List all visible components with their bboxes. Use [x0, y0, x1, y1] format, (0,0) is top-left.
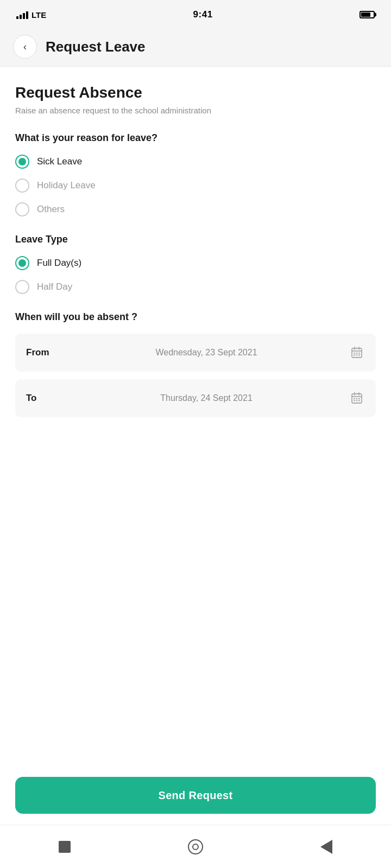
reason-holiday-label: Holiday Leave: [37, 180, 96, 191]
svg-rect-9: [358, 355, 360, 356]
back-triangle-icon: [320, 840, 332, 854]
leave-type-label: Leave Type: [15, 234, 376, 245]
date-section: From Wednesday, 23 Sept 2021 To: [15, 334, 376, 417]
status-time: 9:41: [193, 9, 213, 20]
back-button[interactable]: ‹: [13, 35, 37, 59]
to-date-value: Thursday, 24 Sept 2021: [64, 393, 349, 403]
reason-option-sick[interactable]: Sick Leave: [15, 155, 376, 169]
reason-sick-label: Sick Leave: [37, 156, 82, 167]
svg-rect-18: [356, 400, 358, 401]
status-left: LTE: [16, 10, 46, 20]
svg-rect-6: [358, 353, 360, 354]
header-title: Request Leave: [46, 39, 146, 55]
home-icon-inner: [192, 844, 199, 850]
home-icon: [188, 839, 203, 854]
svg-rect-19: [358, 400, 360, 401]
page-title: Request Absence: [15, 84, 376, 101]
radio-sick-indicator: [15, 155, 29, 169]
from-date-field[interactable]: From Wednesday, 23 Sept 2021: [15, 334, 376, 372]
square-icon: [59, 841, 71, 853]
reason-option-holiday[interactable]: Holiday Leave: [15, 178, 376, 193]
from-calendar-icon: [349, 344, 365, 361]
leave-type-radio-group: Full Day(s) Half Day: [15, 256, 376, 294]
from-label: From: [26, 347, 64, 358]
nav-home-button[interactable]: [188, 839, 203, 854]
header: ‹ Request Leave: [0, 27, 391, 67]
radio-halfday-indicator: [15, 280, 29, 294]
back-chevron-icon: ‹: [23, 42, 27, 52]
radio-holiday-indicator: [15, 178, 29, 193]
radio-fullday-indicator: [15, 256, 29, 270]
svg-rect-16: [358, 398, 360, 399]
to-calendar-icon: [349, 390, 365, 406]
main-content: Request Absence Raise an absence request…: [0, 67, 391, 606]
svg-rect-15: [356, 398, 358, 399]
from-date-value: Wednesday, 23 Sept 2021: [64, 348, 349, 358]
send-request-button[interactable]: Send Request: [15, 777, 376, 814]
svg-rect-5: [356, 353, 358, 354]
svg-rect-17: [354, 400, 355, 401]
absence-question: When will you be absent ?: [15, 311, 376, 323]
battery-icon: [360, 11, 375, 18]
reason-question: What is your reason for leave?: [15, 132, 376, 144]
send-button-container: Send Request: [0, 768, 391, 825]
svg-rect-14: [354, 398, 355, 399]
leave-type-halfday[interactable]: Half Day: [15, 280, 376, 294]
nav-back-button[interactable]: [320, 840, 332, 854]
status-bar: LTE 9:41: [0, 0, 391, 27]
svg-rect-4: [354, 353, 355, 354]
leave-halfday-label: Half Day: [37, 282, 72, 292]
network-type: LTE: [31, 10, 46, 20]
to-label: To: [26, 393, 64, 404]
to-date-field[interactable]: To Thursday, 24 Sept 2021: [15, 379, 376, 417]
bottom-nav: [0, 825, 391, 868]
nav-square-button[interactable]: [59, 841, 71, 853]
reason-option-others[interactable]: Others: [15, 202, 376, 216]
signal-icon: [16, 10, 28, 19]
reason-others-label: Others: [37, 204, 65, 215]
leave-type-fullday[interactable]: Full Day(s): [15, 256, 376, 270]
leave-fullday-label: Full Day(s): [37, 258, 81, 269]
status-right: [360, 11, 375, 18]
radio-others-indicator: [15, 202, 29, 216]
svg-rect-7: [354, 355, 355, 356]
reason-radio-group: Sick Leave Holiday Leave Others: [15, 155, 376, 216]
page-subtitle: Raise an absence request to the school a…: [15, 106, 376, 115]
svg-rect-8: [356, 355, 358, 356]
